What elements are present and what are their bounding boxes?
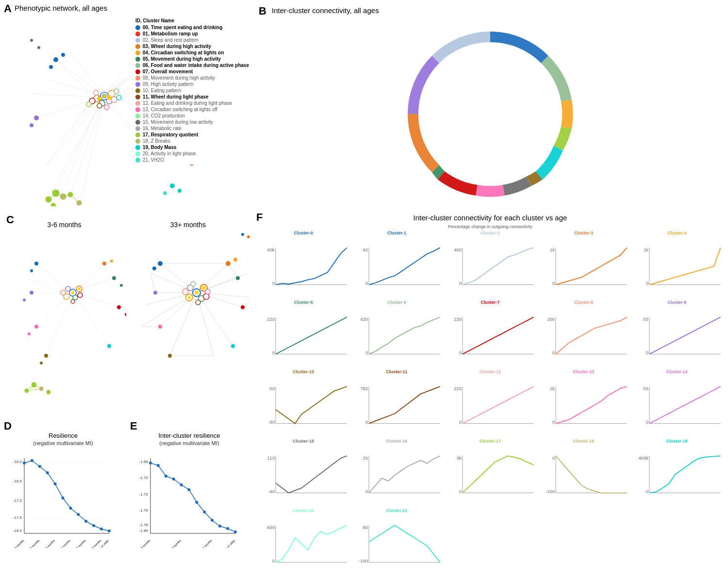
legend-item: 12, Eating and drinking during light pha… — [135, 100, 249, 106]
cluster-legend: ID, Cluster Name 00, Time spent eating a… — [133, 17, 251, 165]
svg-point-294 — [77, 513, 80, 516]
panel-f: F Inter-cluster connectivity for each cl… — [252, 209, 728, 579]
svg-text:0: 0 — [645, 350, 648, 355]
legend-color-dot — [135, 107, 140, 112]
svg-text:0: 0 — [272, 558, 275, 563]
legend-text: 17, Respiratory quotient — [143, 132, 198, 137]
svg-line-18 — [46, 96, 104, 166]
cluster-chart-svg-6: 420 0 — [350, 305, 443, 366]
svg-text:0: 0 — [645, 489, 648, 494]
svg-point-122 — [30, 269, 33, 272]
svg-point-287 — [23, 462, 26, 464]
svg-text:0: 0 — [645, 281, 648, 286]
svg-text:-18.0: -18.0 — [13, 529, 22, 533]
cluster-chart-svg-12: 220 0 — [444, 374, 536, 436]
svg-point-319 — [180, 483, 183, 486]
cluster-chart-svg-2: 400 0 — [444, 235, 536, 297]
svg-point-321 — [195, 501, 198, 504]
svg-point-55 — [102, 94, 106, 98]
legend-text: 21, VH2O — [143, 157, 164, 163]
svg-point-177 — [233, 258, 237, 262]
legend-item: 13, Circadian switching at lights off — [135, 107, 249, 112]
svg-text:-1.72: -1.72 — [139, 492, 149, 496]
cluster-chart-svg-20: 600 0 — [257, 513, 349, 575]
panel-b-label: B — [259, 5, 266, 17]
cluster-chart-10: Cluster-10 50 -30 — [257, 369, 349, 438]
panel-c-title-right: 33+ months — [126, 221, 250, 229]
svg-text:220: 220 — [267, 316, 275, 322]
cluster-chart-12: Cluster-12 220 0 — [444, 369, 536, 438]
svg-text:0: 0 — [552, 455, 555, 461]
svg-line-12 — [66, 45, 104, 96]
svg-point-119 — [102, 262, 106, 265]
legend-item: 09, High activity pattern — [135, 82, 249, 87]
svg-text:00-03 months: 00-03 months — [136, 539, 151, 548]
svg-line-149 — [170, 293, 197, 356]
cluster-chart-17: Cluster-17 6k 0 — [444, 439, 536, 507]
legend-color-dot — [135, 126, 140, 131]
legend-text: 14, CO2 production — [143, 113, 185, 118]
cluster-chart-svg-7: 220 0 — [444, 305, 536, 366]
svg-text:0: 0 — [645, 419, 648, 425]
svg-point-292 — [62, 496, 65, 499]
legend-color-dot — [135, 76, 140, 81]
legend-item: 02, Sleep and rest pattern — [135, 37, 249, 43]
legend-color-dot — [135, 101, 140, 106]
cluster-chart-label-8: Cluster-8 — [537, 300, 629, 305]
cluster-chart-19: Cluster-19 400k 0 — [631, 439, 723, 507]
legend-item: 01, Metabolism ramp up — [135, 31, 249, 36]
panel-b: B Inter-cluster connectivity, all ages — [252, 0, 728, 209]
svg-text:400: 400 — [454, 247, 462, 252]
svg-text:-30: -30 — [268, 419, 275, 425]
chord-diagram — [398, 19, 582, 204]
cluster-chart-label-16: Cluster-16 — [350, 439, 443, 444]
cluster-chart-label-1: Cluster-1 — [350, 231, 443, 235]
svg-text:-1.80: -1.80 — [139, 529, 149, 533]
svg-line-26 — [32, 94, 102, 98]
svg-point-73 — [34, 116, 39, 120]
legend-color-dot — [135, 88, 140, 93]
svg-point-63 — [49, 65, 53, 69]
svg-text:0: 0 — [459, 419, 462, 425]
svg-text:18-21 months: 18-21 months — [56, 539, 71, 548]
cluster-chart-svg-9: 55 0 — [631, 305, 723, 366]
svg-point-140 — [46, 390, 51, 395]
svg-point-131 — [44, 354, 48, 358]
cluster-chart-label-0: Cluster-0 — [257, 231, 349, 235]
svg-line-88 — [70, 195, 79, 203]
cluster-chart-label-14: Cluster-14 — [631, 369, 723, 374]
svg-line-106 — [73, 293, 109, 346]
svg-text:50: 50 — [270, 386, 275, 391]
svg-text:-16.0: -16.0 — [13, 460, 22, 464]
svg-point-123 — [112, 276, 116, 280]
svg-point-127 — [117, 305, 121, 309]
legend-color-dot — [135, 120, 140, 125]
svg-point-185 — [231, 344, 235, 348]
cluster-chart-label-9: Cluster-9 — [631, 300, 723, 305]
svg-line-105 — [46, 293, 73, 356]
svg-point-179 — [152, 266, 156, 270]
svg-point-184 — [168, 354, 172, 358]
cluster-chart-3: Cluster-3 1k 0 — [537, 231, 629, 299]
svg-text:0: 0 — [272, 281, 275, 286]
cluster-chart-svg-18: 0 -100 — [537, 444, 629, 505]
cluster-chart-9: Cluster-9 55 0 — [631, 300, 723, 368]
cluster-chart-11: Cluster-11 750 0 — [350, 369, 443, 438]
svg-point-178 — [158, 261, 163, 266]
svg-point-168 — [203, 294, 209, 299]
cluster-chart-16: Cluster-16 25 0 — [350, 439, 443, 507]
legend-text: 12, Eating and drinking during light pha… — [143, 100, 232, 106]
svg-point-289 — [38, 465, 41, 468]
svg-point-169 — [182, 289, 188, 295]
legend-color-dot — [135, 158, 140, 163]
legend-item: 17, Respiratory quotient — [135, 132, 249, 137]
panel-d-subtitle: (negative multivariate MI) — [2, 440, 124, 446]
cluster-chart-14: Cluster-14 55 0 — [631, 369, 723, 438]
svg-line-159 — [150, 273, 155, 293]
svg-text:-1.76: -1.76 — [139, 508, 149, 513]
legend-item: 10, Eating pattern — [135, 88, 249, 93]
svg-text:60k: 60k — [267, 247, 275, 252]
cluster-chart-svg-13: 2k 0 — [537, 374, 629, 436]
svg-text:25: 25 — [363, 455, 368, 461]
cluster-chart-label-12: Cluster-12 — [444, 369, 536, 374]
